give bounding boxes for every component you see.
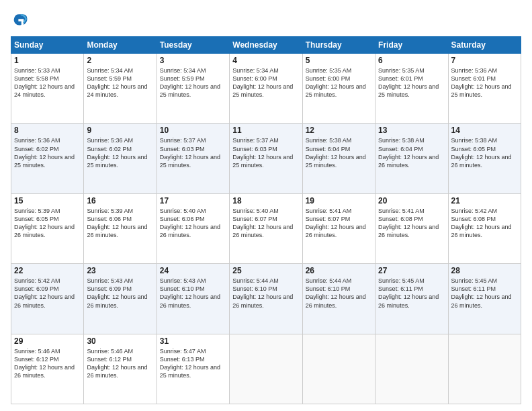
calendar-cell: 24 Sunrise: 5:43 AM Sunset: 6:10 PM Dayl… — [157, 264, 229, 334]
calendar-week-2: 8 Sunrise: 5:36 AM Sunset: 6:02 PM Dayli… — [11, 124, 521, 193]
calendar-header-friday: Friday — [375, 37, 448, 54]
calendar-cell — [448, 334, 521, 404]
calendar-cell: 4 Sunrise: 5:34 AM Sunset: 6:00 PM Dayli… — [230, 54, 302, 124]
day-info: Sunrise: 5:42 AM Sunset: 6:08 PM Dayligh… — [451, 207, 518, 240]
day-number: 18 — [232, 196, 299, 205]
day-number: 6 — [378, 56, 445, 65]
day-info: Sunrise: 5:43 AM Sunset: 6:10 PM Dayligh… — [160, 277, 226, 310]
day-info: Sunrise: 5:41 AM Sunset: 6:07 PM Dayligh… — [306, 207, 372, 240]
day-info: Sunrise: 5:35 AM Sunset: 6:00 PM Dayligh… — [306, 66, 372, 99]
day-info: Sunrise: 5:36 AM Sunset: 6:01 PM Dayligh… — [451, 66, 518, 99]
calendar-week-3: 15 Sunrise: 5:39 AM Sunset: 6:05 PM Dayl… — [11, 193, 521, 263]
calendar-cell: 29 Sunrise: 5:46 AM Sunset: 6:12 PM Dayl… — [11, 334, 84, 404]
day-info: Sunrise: 5:36 AM Sunset: 6:02 PM Dayligh… — [87, 136, 153, 169]
day-number: 27 — [378, 266, 445, 275]
calendar-cell: 12 Sunrise: 5:38 AM Sunset: 6:04 PM Dayl… — [302, 124, 375, 193]
calendar-cell: 23 Sunrise: 5:43 AM Sunset: 6:09 PM Dayl… — [84, 264, 157, 334]
day-number: 24 — [160, 266, 226, 275]
calendar-cell: 10 Sunrise: 5:37 AM Sunset: 6:03 PM Dayl… — [157, 124, 229, 193]
logo — [11, 11, 32, 30]
day-number: 9 — [87, 126, 153, 135]
day-info: Sunrise: 5:39 AM Sunset: 6:05 PM Dayligh… — [14, 207, 81, 240]
calendar-header-thursday: Thursday — [302, 37, 375, 54]
day-info: Sunrise: 5:36 AM Sunset: 6:02 PM Dayligh… — [14, 136, 81, 169]
calendar-cell: 3 Sunrise: 5:34 AM Sunset: 5:59 PM Dayli… — [157, 54, 229, 124]
calendar-cell: 13 Sunrise: 5:38 AM Sunset: 6:04 PM Dayl… — [375, 124, 448, 193]
calendar-week-5: 29 Sunrise: 5:46 AM Sunset: 6:12 PM Dayl… — [11, 334, 521, 404]
calendar-week-4: 22 Sunrise: 5:42 AM Sunset: 6:09 PM Dayl… — [11, 264, 521, 334]
logo-icon — [11, 11, 30, 30]
page: SundayMondayTuesdayWednesdayThursdayFrid… — [0, 0, 532, 411]
calendar-cell: 18 Sunrise: 5:40 AM Sunset: 6:07 PM Dayl… — [230, 193, 302, 263]
calendar: SundayMondayTuesdayWednesdayThursdayFrid… — [11, 36, 521, 404]
day-number: 7 — [451, 56, 518, 65]
day-info: Sunrise: 5:41 AM Sunset: 6:08 PM Dayligh… — [378, 207, 445, 240]
calendar-cell: 20 Sunrise: 5:41 AM Sunset: 6:08 PM Dayl… — [375, 193, 448, 263]
calendar-header-row: SundayMondayTuesdayWednesdayThursdayFrid… — [11, 37, 521, 54]
calendar-cell — [375, 334, 448, 404]
calendar-cell: 19 Sunrise: 5:41 AM Sunset: 6:07 PM Dayl… — [302, 193, 375, 263]
day-number: 28 — [451, 266, 518, 275]
header — [11, 11, 521, 30]
calendar-cell: 17 Sunrise: 5:40 AM Sunset: 6:06 PM Dayl… — [157, 193, 229, 263]
day-info: Sunrise: 5:46 AM Sunset: 6:12 PM Dayligh… — [14, 347, 81, 380]
day-info: Sunrise: 5:40 AM Sunset: 6:07 PM Dayligh… — [232, 207, 299, 240]
day-info: Sunrise: 5:35 AM Sunset: 6:01 PM Dayligh… — [378, 66, 445, 99]
calendar-cell: 27 Sunrise: 5:45 AM Sunset: 6:11 PM Dayl… — [375, 264, 448, 334]
calendar-cell: 15 Sunrise: 5:39 AM Sunset: 6:05 PM Dayl… — [11, 193, 84, 263]
day-number: 2 — [87, 56, 153, 65]
calendar-header-wednesday: Wednesday — [230, 37, 302, 54]
day-number: 25 — [232, 266, 299, 275]
day-number: 29 — [14, 336, 81, 346]
calendar-cell: 7 Sunrise: 5:36 AM Sunset: 6:01 PM Dayli… — [448, 54, 521, 124]
calendar-cell: 11 Sunrise: 5:37 AM Sunset: 6:03 PM Dayl… — [230, 124, 302, 193]
day-number: 15 — [14, 196, 81, 205]
day-number: 23 — [87, 266, 153, 275]
day-number: 26 — [306, 266, 372, 275]
day-number: 12 — [306, 126, 372, 135]
day-number: 17 — [160, 196, 226, 205]
day-number: 13 — [378, 126, 445, 135]
day-info: Sunrise: 5:38 AM Sunset: 6:05 PM Dayligh… — [451, 136, 518, 169]
calendar-cell: 16 Sunrise: 5:39 AM Sunset: 6:06 PM Dayl… — [84, 193, 157, 263]
day-info: Sunrise: 5:39 AM Sunset: 6:06 PM Dayligh… — [87, 207, 153, 240]
day-info: Sunrise: 5:34 AM Sunset: 5:59 PM Dayligh… — [160, 66, 226, 99]
day-info: Sunrise: 5:47 AM Sunset: 6:13 PM Dayligh… — [160, 347, 226, 380]
day-info: Sunrise: 5:34 AM Sunset: 6:00 PM Dayligh… — [232, 66, 299, 99]
calendar-cell: 6 Sunrise: 5:35 AM Sunset: 6:01 PM Dayli… — [375, 54, 448, 124]
day-number: 4 — [232, 56, 299, 65]
calendar-cell: 9 Sunrise: 5:36 AM Sunset: 6:02 PM Dayli… — [84, 124, 157, 193]
calendar-cell: 2 Sunrise: 5:34 AM Sunset: 5:59 PM Dayli… — [84, 54, 157, 124]
day-number: 16 — [87, 196, 153, 205]
day-number: 10 — [160, 126, 226, 135]
day-number: 22 — [14, 266, 81, 275]
calendar-cell: 14 Sunrise: 5:38 AM Sunset: 6:05 PM Dayl… — [448, 124, 521, 193]
day-number: 31 — [160, 336, 226, 346]
day-info: Sunrise: 5:45 AM Sunset: 6:11 PM Dayligh… — [451, 277, 518, 310]
calendar-cell: 25 Sunrise: 5:44 AM Sunset: 6:10 PM Dayl… — [230, 264, 302, 334]
day-info: Sunrise: 5:44 AM Sunset: 6:10 PM Dayligh… — [232, 277, 299, 310]
day-number: 30 — [87, 336, 153, 346]
calendar-cell: 31 Sunrise: 5:47 AM Sunset: 6:13 PM Dayl… — [157, 334, 229, 404]
day-number: 3 — [160, 56, 226, 65]
calendar-cell — [302, 334, 375, 404]
calendar-cell: 26 Sunrise: 5:44 AM Sunset: 6:10 PM Dayl… — [302, 264, 375, 334]
day-info: Sunrise: 5:45 AM Sunset: 6:11 PM Dayligh… — [378, 277, 445, 310]
calendar-cell: 30 Sunrise: 5:46 AM Sunset: 6:12 PM Dayl… — [84, 334, 157, 404]
day-number: 21 — [451, 196, 518, 205]
day-info: Sunrise: 5:33 AM Sunset: 5:58 PM Dayligh… — [14, 66, 81, 99]
day-number: 1 — [14, 56, 81, 65]
calendar-cell — [230, 334, 302, 404]
calendar-cell: 1 Sunrise: 5:33 AM Sunset: 5:58 PM Dayli… — [11, 54, 84, 124]
day-number: 14 — [451, 126, 518, 135]
day-info: Sunrise: 5:43 AM Sunset: 6:09 PM Dayligh… — [87, 277, 153, 310]
calendar-cell: 22 Sunrise: 5:42 AM Sunset: 6:09 PM Dayl… — [11, 264, 84, 334]
day-number: 19 — [306, 196, 372, 205]
calendar-cell: 5 Sunrise: 5:35 AM Sunset: 6:00 PM Dayli… — [302, 54, 375, 124]
day-info: Sunrise: 5:38 AM Sunset: 6:04 PM Dayligh… — [306, 136, 372, 169]
day-number: 20 — [378, 196, 445, 205]
calendar-cell: 28 Sunrise: 5:45 AM Sunset: 6:11 PM Dayl… — [448, 264, 521, 334]
day-info: Sunrise: 5:37 AM Sunset: 6:03 PM Dayligh… — [232, 136, 299, 169]
day-number: 11 — [232, 126, 299, 135]
calendar-header-saturday: Saturday — [448, 37, 521, 54]
